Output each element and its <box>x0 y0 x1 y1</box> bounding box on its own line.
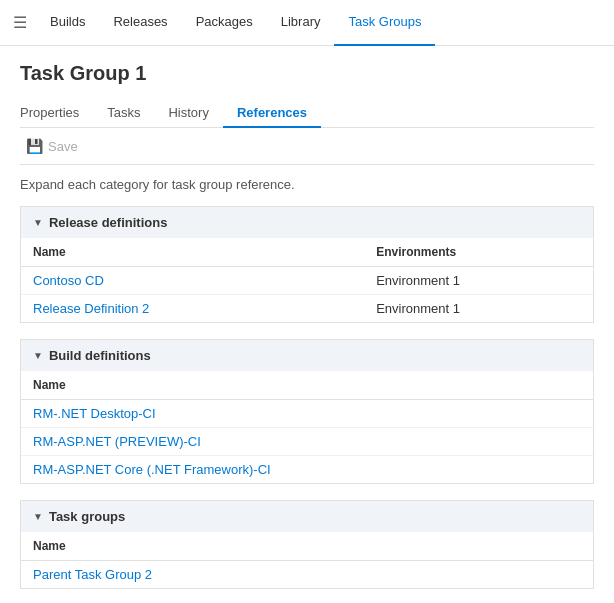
section-task-groups: ▼ Task groups Name Parent Task Group 2 <box>20 500 594 589</box>
info-text: Expand each category for task group refe… <box>20 177 594 192</box>
save-icon: 💾 <box>26 138 43 154</box>
col-header-name-taskgroup: Name <box>21 532 593 561</box>
page-content: Task Group 1 Properties Tasks History Re… <box>0 46 614 603</box>
section-title-task-groups: Task groups <box>49 509 125 524</box>
build-definitions-table: Name RM-.NET Desktop-CI RM-ASP.NET (PREV… <box>21 371 593 483</box>
task-groups-table: Name Parent Task Group 2 <box>21 532 593 588</box>
table-row: Parent Task Group 2 <box>21 561 593 589</box>
col-header-environments: Environments <box>364 238 593 267</box>
table-row: RM-.NET Desktop-CI <box>21 400 593 428</box>
save-label: Save <box>48 139 78 154</box>
section-title-build-definitions: Build definitions <box>49 348 151 363</box>
build-link-asp-core[interactable]: RM-ASP.NET Core (.NET Framework)-CI <box>33 462 271 477</box>
release-link-def2[interactable]: Release Definition 2 <box>33 301 149 316</box>
section-release-definitions: ▼ Release definitions Name Environments … <box>20 206 594 323</box>
save-button[interactable]: 💾 Save <box>20 136 84 156</box>
top-navigation: ☰ Builds Releases Packages Library Task … <box>0 0 614 46</box>
chevron-icon-task-groups: ▼ <box>33 511 43 522</box>
section-header-release-definitions[interactable]: ▼ Release definitions <box>21 207 593 238</box>
build-link-net-desktop[interactable]: RM-.NET Desktop-CI <box>33 406 156 421</box>
sub-tabs: Properties Tasks History References <box>20 99 594 128</box>
table-row: RM-ASP.NET (PREVIEW)-CI <box>21 428 593 456</box>
release-env-contoso: Environment 1 <box>364 267 593 295</box>
toolbar: 💾 Save <box>20 128 594 165</box>
nav-item-task-groups[interactable]: Task Groups <box>334 0 435 46</box>
nav-item-library[interactable]: Library <box>267 0 335 46</box>
nav-item-packages[interactable]: Packages <box>182 0 267 46</box>
release-link-contoso-cd[interactable]: Contoso CD <box>33 273 104 288</box>
taskgroup-link-parent[interactable]: Parent Task Group 2 <box>33 567 152 582</box>
col-header-name-release: Name <box>21 238 364 267</box>
nav-item-releases[interactable]: Releases <box>99 0 181 46</box>
table-row: Release Definition 2 Environment 1 <box>21 295 593 323</box>
build-link-asp-preview[interactable]: RM-ASP.NET (PREVIEW)-CI <box>33 434 201 449</box>
tab-history[interactable]: History <box>154 99 222 128</box>
section-title-release-definitions: Release definitions <box>49 215 167 230</box>
section-build-definitions: ▼ Build definitions Name RM-.NET Desktop… <box>20 339 594 484</box>
table-row: RM-ASP.NET Core (.NET Framework)-CI <box>21 456 593 484</box>
page-title: Task Group 1 <box>20 62 594 85</box>
chevron-icon-build: ▼ <box>33 350 43 361</box>
nav-toggle-button[interactable]: ☰ <box>8 11 32 35</box>
tab-references[interactable]: References <box>223 99 321 128</box>
chevron-icon-release: ▼ <box>33 217 43 228</box>
release-definitions-table: Name Environments Contoso CD Environment… <box>21 238 593 322</box>
nav-item-builds[interactable]: Builds <box>36 0 99 46</box>
section-header-build-definitions[interactable]: ▼ Build definitions <box>21 340 593 371</box>
tab-tasks[interactable]: Tasks <box>93 99 154 128</box>
release-env-def2: Environment 1 <box>364 295 593 323</box>
table-row: Contoso CD Environment 1 <box>21 267 593 295</box>
col-header-name-build: Name <box>21 371 593 400</box>
section-header-task-groups[interactable]: ▼ Task groups <box>21 501 593 532</box>
tab-properties[interactable]: Properties <box>20 99 93 128</box>
